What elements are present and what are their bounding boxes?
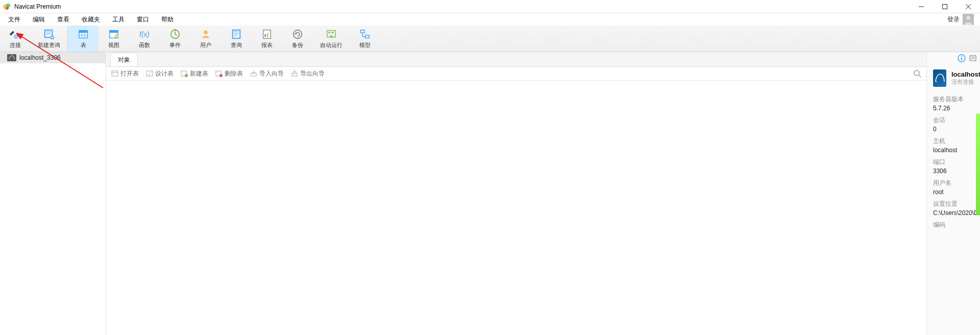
open-table-button[interactable]: 打开表 <box>111 69 139 78</box>
menu-file[interactable]: 文件 <box>2 13 27 26</box>
table-label: 表 <box>81 41 86 49</box>
connection-sidebar: localhost_3306 <box>0 52 106 335</box>
svg-line-55 <box>919 75 921 77</box>
import-icon <box>250 70 257 77</box>
auto-run-label: 自动运行 <box>320 41 342 49</box>
svg-line-26 <box>175 34 177 35</box>
user-name-label: 用户名 <box>933 179 974 187</box>
login-link[interactable]: 登录 <box>947 15 960 24</box>
panel-scrollbar[interactable] <box>976 113 980 216</box>
host-value: localhost <box>933 147 974 154</box>
svg-rect-29 <box>233 30 240 39</box>
avatar-icon[interactable] <box>963 14 974 25</box>
window-controls <box>910 0 980 13</box>
session-label: 会话 <box>933 116 974 125</box>
settings-location-label: 设置位置 <box>933 200 974 208</box>
svg-rect-44 <box>7 54 16 61</box>
menu-tools[interactable]: 工具 <box>106 13 131 26</box>
export-icon <box>291 70 298 77</box>
svg-text:f(x): f(x) <box>139 31 150 38</box>
menu-edit[interactable]: 编辑 <box>27 13 51 26</box>
main-toolbar: ▾ 连接 新建查询 表 视图 f(x) 函数 事件 用户 <box>0 26 980 52</box>
report-button[interactable]: 报表 <box>252 26 282 52</box>
view-button[interactable]: 视图 <box>99 26 129 52</box>
svg-point-28 <box>204 31 207 34</box>
object-list-area <box>106 81 926 335</box>
svg-point-22 <box>116 35 117 37</box>
title-bar: Navicat Premium <box>0 0 980 13</box>
svg-point-2 <box>6 7 9 10</box>
center-panel: 对象 打开表 设计表 新建表 删除表 导入向导 <box>106 52 926 335</box>
svg-rect-38 <box>329 32 331 33</box>
window-title: Navicat Premium <box>14 3 61 10</box>
tab-strip: 对象 <box>106 52 926 66</box>
new-table-button[interactable]: 新建表 <box>181 69 208 78</box>
close-button[interactable] <box>957 0 980 13</box>
event-button[interactable]: 事件 <box>160 26 190 52</box>
panel-title: localhost_3306 <box>951 70 980 78</box>
mysql-connection-icon <box>7 54 16 61</box>
function-button[interactable]: f(x) 函数 <box>129 26 160 52</box>
function-label: 函数 <box>139 41 150 49</box>
import-wizard-button[interactable]: 导入向导 <box>250 69 284 78</box>
svg-rect-35 <box>267 33 268 37</box>
details-icon[interactable] <box>969 54 977 64</box>
svg-point-8 <box>966 16 970 20</box>
tab-objects[interactable]: 对象 <box>110 53 138 66</box>
svg-rect-20 <box>110 31 118 33</box>
query-label: 查询 <box>231 41 242 49</box>
menu-window[interactable]: 窗口 <box>131 13 155 26</box>
menu-favorites[interactable]: 收藏夹 <box>76 13 106 26</box>
session-value: 0 <box>933 126 974 133</box>
design-table-icon <box>146 70 153 77</box>
server-version-value: 5.7.26 <box>933 105 974 112</box>
new-query-button[interactable]: 新建查询 <box>31 26 67 52</box>
menu-help[interactable]: 帮助 <box>155 13 180 26</box>
maximize-button[interactable] <box>933 0 957 13</box>
info-icon[interactable] <box>958 54 966 64</box>
new-table-icon <box>181 70 188 77</box>
port-label: 端口 <box>933 158 974 166</box>
svg-rect-34 <box>264 34 266 37</box>
main-area: localhost_3306 对象 打开表 设计表 新建表 删除表 <box>0 52 980 335</box>
svg-point-51 <box>219 74 223 77</box>
svg-rect-27 <box>174 29 176 31</box>
model-label: 模型 <box>359 41 371 49</box>
user-name-value: root <box>933 188 974 196</box>
table-button[interactable]: 表 <box>68 26 99 52</box>
connect-button[interactable]: ▾ 连接 <box>0 26 31 52</box>
backup-button[interactable]: 备份 <box>282 26 313 52</box>
svg-rect-47 <box>146 71 153 76</box>
model-button[interactable]: 模型 <box>350 26 380 52</box>
svg-rect-41 <box>365 35 369 38</box>
menu-view[interactable]: 查看 <box>51 13 76 26</box>
design-table-button[interactable]: 设计表 <box>146 69 174 78</box>
svg-point-49 <box>185 74 188 77</box>
connection-item[interactable]: localhost_3306 <box>0 52 106 63</box>
object-toolbar: 打开表 设计表 新建表 删除表 导入向导 导出向导 <box>106 66 926 81</box>
minimize-button[interactable] <box>910 0 933 13</box>
open-table-icon <box>111 70 118 77</box>
svg-rect-4 <box>943 4 947 9</box>
svg-point-36 <box>293 30 302 39</box>
svg-point-58 <box>961 56 962 57</box>
chevron-down-icon: ▾ <box>20 32 22 37</box>
svg-rect-15 <box>79 31 88 33</box>
svg-point-62 <box>936 81 937 82</box>
auto-run-button[interactable]: 自动运行 <box>313 26 350 52</box>
delete-table-button[interactable]: 删除表 <box>215 69 243 78</box>
backup-label: 备份 <box>292 41 303 49</box>
app-logo-icon <box>3 3 11 11</box>
query-button[interactable]: 查询 <box>221 26 252 52</box>
info-panel: localhost_3306 没有连接 服务器版本5.7.26 会话0 主机lo… <box>926 52 980 335</box>
svg-rect-45 <box>112 71 118 76</box>
svg-rect-40 <box>361 30 364 33</box>
svg-rect-59 <box>970 56 976 61</box>
settings-location-value: C:\Users\2020\Documents <box>933 209 974 217</box>
report-label: 报表 <box>261 41 273 49</box>
connection-name: localhost_3306 <box>19 54 61 61</box>
export-wizard-button[interactable]: 导出向导 <box>291 69 325 78</box>
search-icon[interactable] <box>913 69 921 78</box>
view-label: 视图 <box>108 41 119 49</box>
user-button[interactable]: 用户 <box>190 26 221 52</box>
